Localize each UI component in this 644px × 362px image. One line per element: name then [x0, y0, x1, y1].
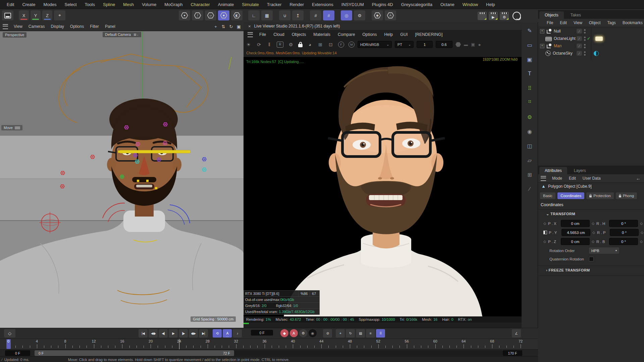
- rectangle-spline-icon[interactable]: ▭: [524, 39, 535, 51]
- tab-objects[interactable]: Objects: [539, 11, 564, 19]
- field-r-p[interactable]: 0 °: [610, 229, 639, 236]
- preview-range-bar[interactable]: 0 F72 F: [35, 350, 234, 356]
- menu-spline[interactable]: Spline: [99, 2, 119, 7]
- axis-lock-y-button[interactable]: Y: [31, 10, 41, 20]
- lv-menu-help[interactable]: Help: [380, 32, 396, 37]
- viewport-menu-cameras[interactable]: Cameras: [25, 24, 48, 29]
- visibility-dots[interactable]: [584, 51, 586, 56]
- edit-toggle-icon[interactable]: ∕: [577, 29, 582, 34]
- lv-menu-options[interactable]: Options: [359, 32, 380, 37]
- samples-field[interactable]: 1: [417, 41, 433, 48]
- record-scale-icon[interactable]: ▧: [356, 329, 365, 338]
- record-position-icon[interactable]: +: [336, 329, 345, 338]
- key-diamond-icon[interactable]: ◇: [543, 222, 547, 225]
- camera-label[interactable]: Default Camera▦⌄: [103, 32, 141, 37]
- keyframe-diamond-button[interactable]: ◇: [4, 329, 15, 338]
- objects-menu-file[interactable]: File: [543, 20, 556, 25]
- add-region-icon[interactable]: ⊞: [317, 42, 323, 47]
- viewport-burger-icon[interactable]: [3, 24, 8, 29]
- axis-lock-button[interactable]: ↥: [292, 10, 304, 20]
- pause-render-icon[interactable]: ‖: [266, 42, 272, 47]
- camera-menu-icon[interactable]: ▦⌄: [133, 33, 139, 36]
- region-scale-field[interactable]: 0.6: [436, 41, 452, 48]
- material-ball-icon[interactable]: ◕: [307, 42, 313, 47]
- field-r-h[interactable]: 0 °: [609, 220, 638, 227]
- expand-icon[interactable]: +: [540, 44, 544, 48]
- perspective-viewport[interactable]: ViewCamerasDisplayOptionsFilterPanel +⇅↻…: [0, 22, 244, 328]
- knife-icon[interactable]: ∕: [524, 183, 535, 195]
- rotation-order-select[interactable]: HPB▾: [589, 247, 619, 254]
- sky-tag-icon[interactable]: [594, 51, 599, 56]
- autokeying-button[interactable]: A: [290, 329, 298, 337]
- lv-menu-materials[interactable]: Materials: [310, 32, 334, 37]
- objects-menu-object[interactable]: Object: [586, 20, 604, 25]
- light-tag-icon[interactable]: [595, 37, 603, 41]
- loop-button[interactable]: ⟲: [213, 329, 222, 338]
- menu-render[interactable]: Render: [285, 2, 308, 7]
- lv-menu-cloud[interactable]: Cloud: [270, 32, 288, 37]
- goto-end-button[interactable]: ▶|: [199, 329, 208, 338]
- menu-mograph[interactable]: MoGraph: [160, 2, 186, 7]
- fcurve-button[interactable]: ∠: [512, 329, 521, 338]
- lv-menu-objects[interactable]: Objects: [288, 32, 310, 37]
- range-start-field[interactable]: 0 F: [5, 350, 30, 356]
- cloner-icon[interactable]: ⠿: [524, 82, 535, 94]
- field-p-y[interactable]: 4.5653 cm: [561, 229, 590, 236]
- objects-menu-tags[interactable]: Tags: [604, 20, 619, 25]
- visibility-dots[interactable]: [584, 44, 586, 48]
- viewport-menu-options[interactable]: Options: [67, 24, 87, 29]
- axis-lock-z-button[interactable]: Z: [42, 10, 52, 20]
- viewport-menu-filter[interactable]: Filter: [87, 24, 102, 29]
- previous-key-button[interactable]: ◀◆: [149, 329, 158, 338]
- octane-dialog-button[interactable]: [511, 11, 522, 21]
- dolly-icon[interactable]: ⇅: [221, 24, 226, 29]
- edit-toggle-icon[interactable]: ∕: [577, 51, 582, 56]
- camera-icon[interactable]: ▣: [471, 42, 475, 47]
- field-r-b[interactable]: 0 °: [609, 238, 638, 245]
- viewport-menu-panel[interactable]: Panel: [102, 24, 118, 29]
- coordinate-system-button[interactable]: ⌖: [54, 10, 65, 20]
- boolean-icon[interactable]: ◫: [524, 140, 535, 152]
- kernel-settings-icon[interactable]: ⚙: [288, 42, 294, 47]
- menu-modes[interactable]: Modes: [39, 2, 60, 7]
- menu-create[interactable]: Create: [18, 2, 39, 7]
- lv-menu-gui[interactable]: GUI: [396, 32, 411, 37]
- live-viewer-burger-icon[interactable]: [248, 32, 253, 37]
- pan-icon[interactable]: +: [213, 24, 218, 29]
- live-viewer-titlebar[interactable]: × Live Viewer Studio 2021.1.6-(R7) (351 …: [244, 22, 522, 31]
- orbit-icon[interactable]: ↻: [228, 24, 234, 29]
- menu-character[interactable]: Character: [186, 2, 214, 7]
- goto-start-button[interactable]: |◀: [139, 329, 148, 338]
- key-diamond-icon[interactable]: ◇: [591, 222, 595, 225]
- menu-simulate[interactable]: Simulate: [238, 2, 263, 7]
- freeze-transform-header[interactable]: › FREEZE TRANSFORM: [546, 268, 590, 272]
- kernel-select[interactable]: PT⌄: [395, 41, 414, 48]
- lv-menu-file[interactable]: File: [256, 32, 270, 37]
- record-keyframe-button[interactable]: ◆: [280, 329, 288, 337]
- tab-takes[interactable]: Takes: [565, 11, 586, 19]
- restart-render-icon[interactable]: R: [277, 42, 283, 48]
- record-off-icon[interactable]: ⊘: [323, 329, 332, 338]
- menu-edit[interactable]: Edit: [3, 2, 18, 7]
- edit-toggle-icon[interactable]: ∕: [577, 44, 582, 48]
- menu-tracker[interactable]: Tracker: [263, 2, 286, 7]
- attributes-menu-mode[interactable]: Mode: [549, 176, 566, 181]
- current-frame-field[interactable]: 0 F: [251, 330, 273, 336]
- record-rotation-icon[interactable]: ↻: [346, 329, 355, 338]
- toggle-layout-icon[interactable]: ▣: [236, 24, 241, 29]
- refresh-render-icon[interactable]: ⟳: [256, 42, 262, 47]
- points-mode-button[interactable]: ●: [179, 10, 190, 20]
- lv-menu-compare[interactable]: Compare: [334, 32, 359, 37]
- aperture-icon[interactable]: ☀: [246, 42, 252, 47]
- close-icon[interactable]: ×: [248, 24, 251, 29]
- menu-select[interactable]: Select: [60, 2, 80, 7]
- enabled-check-icon[interactable]: ✓: [587, 36, 590, 41]
- quaternion-checkbox[interactable]: [589, 257, 594, 261]
- key-diamond-icon[interactable]: ◇: [639, 222, 643, 225]
- enable-axis-button[interactable]: ∟: [248, 10, 260, 20]
- key-state-icon[interactable]: [543, 231, 547, 234]
- menu-window[interactable]: Window: [459, 2, 482, 7]
- field-p-z[interactable]: 0 cm: [561, 238, 590, 245]
- tab-layers[interactable]: Layers: [569, 167, 591, 174]
- viewport-filter-button[interactable]: ◉: [372, 10, 383, 20]
